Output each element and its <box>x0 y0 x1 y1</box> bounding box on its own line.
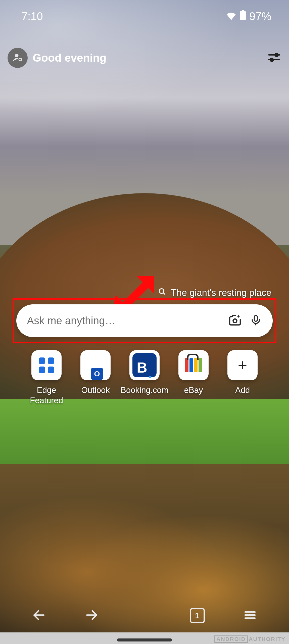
shortcut-tile <box>178 350 209 380</box>
gesture-handle[interactable] <box>117 638 172 641</box>
bottom-nav: 1 <box>0 599 289 632</box>
battery-percent: 97% <box>249 10 271 23</box>
svg-point-3 <box>275 53 278 56</box>
shortcut-label: Booking.com <box>121 385 169 395</box>
nav-copilot-button[interactable] <box>133 604 156 627</box>
shortcut-label: Add <box>235 385 250 395</box>
svg-rect-10 <box>254 315 258 321</box>
search-icon <box>158 287 166 298</box>
tab-count-badge: 1 <box>190 608 205 623</box>
visual-search-button[interactable] <box>228 313 242 328</box>
shortcut-booking[interactable]: B Booking.com <box>128 350 161 406</box>
page-settings-button[interactable] <box>267 50 281 66</box>
shortcut-edge-featured[interactable]: Edge Featured <box>30 350 63 406</box>
nav-menu-button[interactable] <box>239 604 261 627</box>
svg-line-7 <box>163 293 165 295</box>
shortcut-label: eBay <box>184 385 203 395</box>
search-input[interactable] <box>27 315 220 327</box>
system-gesture-bar: ANDROIDAUTHORITY <box>0 632 289 644</box>
camera-sparkle-icon <box>228 313 242 328</box>
nav-forward-button[interactable] <box>80 604 103 627</box>
voice-search-button[interactable] <box>250 314 262 328</box>
shortcut-add[interactable]: + Add <box>226 350 259 406</box>
shortcut-outlook[interactable]: Outlook <box>79 350 112 406</box>
battery-icon <box>240 10 246 23</box>
profile-avatar-button[interactable] <box>8 48 28 68</box>
shortcut-ebay[interactable]: eBay <box>177 350 210 406</box>
svg-point-9 <box>233 319 237 323</box>
wifi-icon <box>226 10 236 23</box>
shortcut-tile: B <box>129 350 160 380</box>
shortcut-tile <box>80 350 111 380</box>
status-bar: 7:10 97% <box>0 0 289 33</box>
arrow-right-icon <box>84 608 99 623</box>
sliders-icon <box>267 61 281 65</box>
greeting-text: Good evening <box>33 52 106 64</box>
shortcut-label: Outlook <box>81 385 110 395</box>
ebay-icon <box>185 358 202 372</box>
shortcut-tile <box>31 350 62 380</box>
person-add-icon <box>12 52 23 64</box>
booking-icon: B <box>132 353 157 377</box>
header-row: Good evening <box>8 48 281 68</box>
plus-icon: + <box>238 356 247 375</box>
wallpaper-caption-button[interactable]: The giant's resting place <box>158 287 271 298</box>
shortcut-row: Edge Featured Outlook B Booking.com eBay… <box>30 350 259 406</box>
status-right: 97% <box>226 10 271 23</box>
shortcut-label: Edge Featured <box>30 385 63 406</box>
nav-back-button[interactable] <box>28 604 50 627</box>
microphone-icon <box>250 314 262 328</box>
hamburger-icon <box>243 608 257 623</box>
nav-tabs-button[interactable]: 1 <box>186 604 209 627</box>
greeting-area[interactable]: Good evening <box>8 48 106 68</box>
svg-point-5 <box>270 58 273 61</box>
arrow-left-icon <box>32 608 46 623</box>
shortcut-tile: + <box>227 350 258 380</box>
wallpaper-caption-text: The giant's resting place <box>171 288 271 298</box>
edge-featured-icon <box>39 357 54 373</box>
svg-point-0 <box>15 54 19 57</box>
source-watermark: ANDROIDAUTHORITY <box>214 636 285 642</box>
status-time: 7:10 <box>21 10 43 23</box>
search-bar[interactable] <box>16 304 273 337</box>
edge-new-tab-screen: 7:10 97% Good evening <box>0 0 289 644</box>
